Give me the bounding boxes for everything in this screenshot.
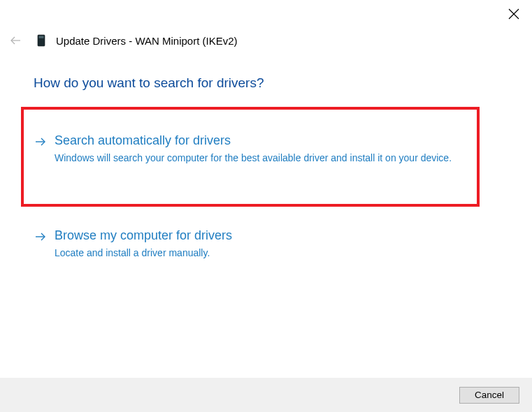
option-title: Search automatically for drivers: [55, 133, 490, 149]
window-title: Update Drivers - WAN Miniport (IKEv2): [56, 35, 238, 47]
close-icon: [508, 8, 519, 20]
arrow-right-icon: [35, 136, 46, 147]
footer-bar: Cancel: [0, 378, 532, 412]
close-button[interactable]: [508, 8, 519, 20]
option-title: Browse my computer for drivers: [55, 228, 490, 244]
option-description: Locate and install a driver manually.: [55, 247, 490, 260]
arrow-right-icon: [35, 231, 46, 242]
device-icon: [36, 34, 46, 47]
svg-rect-4: [39, 36, 44, 38]
cancel-button[interactable]: Cancel: [459, 387, 519, 404]
back-arrow-icon: [10, 35, 21, 46]
wizard-header: Update Drivers - WAN Miniport (IKEv2): [10, 34, 522, 47]
option-description: Windows will search your computer for th…: [55, 152, 490, 165]
option-browse-computer[interactable]: Browse my computer for drivers Locate an…: [35, 228, 490, 260]
option-search-automatically[interactable]: Search automatically for drivers Windows…: [35, 133, 490, 165]
main-heading: How do you want to search for drivers?: [34, 75, 264, 91]
